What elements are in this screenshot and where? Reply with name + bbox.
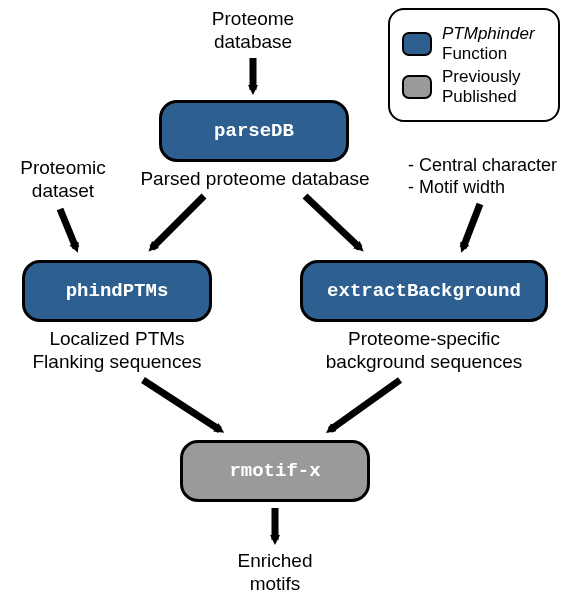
diagram-canvas: PTMphinder Function Previously Published…	[0, 0, 574, 600]
arrow-background-to-rmotifx	[330, 380, 400, 430]
arrow-parsed-to-phindptms	[152, 196, 204, 248]
arrow-localized-to-rmotifx	[143, 380, 220, 430]
arrows-layer	[0, 0, 574, 600]
arrow-dataset-to-phindptms	[60, 209, 76, 248]
arrow-parsed-to-extractbg	[305, 196, 360, 248]
arrow-params-to-extractbg	[463, 204, 480, 248]
